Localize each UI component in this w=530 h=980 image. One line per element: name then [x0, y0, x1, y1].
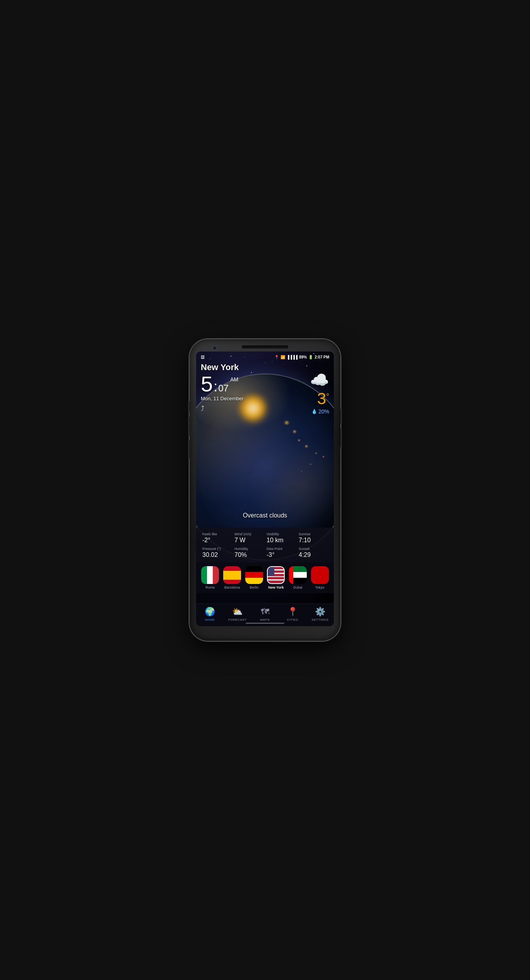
- weather-cloud-icon: ☁️: [310, 371, 329, 389]
- rain-drop-icon: 💧: [311, 409, 317, 414]
- battery-percentage: 89%: [299, 355, 307, 359]
- city-rome[interactable]: Rome: [201, 566, 219, 589]
- settings-nav-icon: ⚙️: [315, 607, 325, 617]
- power-button[interactable]: [340, 409, 342, 424]
- precipitation-display: 💧 20%: [311, 408, 329, 415]
- sunset-label: Sunset: [299, 547, 328, 551]
- status-right: 📍 📶 ▐▐▐▐ 89% 🔋 2:07 PM: [274, 355, 329, 359]
- nav-maps[interactable]: 🗺 MAPS: [251, 607, 279, 621]
- pressure-value: 30.02: [202, 551, 231, 558]
- status-bar: 🖼 📍 📶 ▐▐▐▐ 89% 🔋 2:07 PM: [196, 352, 334, 362]
- volume-up-button[interactable]: [188, 401, 190, 413]
- time-display: 2:07 PM: [315, 355, 329, 359]
- home-nav-label: HOME: [205, 618, 215, 621]
- sunset-stat: Sunset 4:29: [299, 547, 328, 558]
- nav-settings[interactable]: ⚙️ SETTINGS: [306, 607, 334, 621]
- status-left: 🖼: [201, 355, 205, 359]
- cities-nav-label: CITIES: [287, 618, 298, 621]
- visibility-stat: Visibility 10 km: [267, 532, 296, 544]
- dew-point-value: -3°: [267, 551, 296, 558]
- time-ampm: AM: [230, 376, 238, 382]
- city-dubai[interactable]: Dubai: [289, 566, 307, 589]
- humidity-value: 70%: [234, 551, 263, 558]
- settings-nav-label: SETTINGS: [311, 618, 328, 621]
- wifi-icon: 📶: [280, 355, 285, 359]
- city-tokyo-label: Tokyo: [315, 586, 325, 589]
- home-indicator[interactable]: [246, 623, 284, 624]
- precipitation-value: 20%: [318, 408, 329, 415]
- city-new-york[interactable]: New York: [267, 566, 285, 589]
- screen-content: 🖼 📍 📶 ▐▐▐▐ 89% 🔋 2:07 PM New York 5 : 07: [196, 352, 334, 626]
- time-minute: 07: [218, 383, 229, 394]
- phone-camera: [213, 346, 217, 350]
- maps-nav-label: MAPS: [260, 618, 270, 621]
- city-berlin-label: Berlin: [250, 586, 258, 589]
- wind-stat: Wind (m/s) 7 W: [234, 532, 263, 544]
- volume-button-right[interactable]: [340, 428, 342, 447]
- temperature-display: 3 °: [317, 391, 329, 407]
- feels-like-label: Feels like: [202, 532, 231, 536]
- forecast-nav-icon: ⛅: [232, 607, 243, 617]
- phone-screen: 🖼 📍 📶 ▐▐▐▐ 89% 🔋 2:07 PM New York 5 : 07: [196, 352, 334, 626]
- cities-bar: Rome Barcelona Berlin: [196, 562, 334, 593]
- sunrise-value: 7:10: [299, 537, 328, 544]
- weather-condition: Overcast clouds: [196, 512, 334, 519]
- sunrise-stat: Sunrise 7:10: [299, 532, 328, 544]
- temperature-unit: °: [326, 392, 329, 401]
- feels-like-value: -2°: [202, 537, 231, 544]
- humidity-stat: Humidity 70%: [234, 547, 263, 558]
- sunset-value: 4:29: [299, 551, 328, 558]
- phone-frame: 🖼 📍 📶 ▐▐▐▐ 89% 🔋 2:07 PM New York 5 : 07: [190, 339, 340, 641]
- nav-forecast[interactable]: ⛅ FORECAST: [224, 607, 251, 621]
- sunrise-label: Sunrise: [299, 532, 328, 536]
- wind-value: 7 W: [234, 537, 263, 544]
- visibility-label: Visibility: [267, 532, 296, 536]
- time-hour: 5: [201, 373, 213, 395]
- wind-label: Wind (m/s): [234, 532, 263, 536]
- dew-point-stat: Dew Point -3°: [267, 547, 296, 558]
- city-barcelona-label: Barcelona: [224, 586, 240, 589]
- forecast-nav-label: FORECAST: [228, 618, 247, 621]
- signal-icon: ▐▐▐▐: [287, 355, 297, 359]
- dew-point-label: Dew Point: [267, 547, 296, 551]
- nav-cities[interactable]: 📍 CITIES: [279, 607, 306, 621]
- battery-icon: 🔋: [308, 355, 313, 359]
- cities-nav-icon: 📍: [287, 607, 298, 617]
- time-colon: :: [214, 379, 217, 395]
- visibility-value: 10 km: [267, 537, 296, 544]
- phone-speaker: [242, 345, 288, 348]
- pressure-stat: Pressure (") 30.02: [202, 547, 231, 558]
- city-berlin[interactable]: Berlin: [245, 566, 263, 589]
- pressure-label: Pressure ("): [202, 547, 231, 551]
- city-dubai-label: Dubai: [293, 586, 303, 589]
- city-rome-label: Rome: [205, 586, 215, 589]
- city-new-york-label: New York: [268, 586, 284, 589]
- gallery-icon: 🖼: [201, 355, 205, 359]
- nav-home[interactable]: 🌍 HOME: [196, 607, 224, 621]
- weather-stats: Feels like -2° Wind (m/s) 7 W Visibility…: [196, 528, 334, 563]
- volume-down-button[interactable]: [188, 417, 190, 436]
- humidity-label: Humidity: [234, 547, 263, 551]
- city-barcelona[interactable]: Barcelona: [223, 566, 241, 589]
- weather-right: ☁️ 3 ° 💧 20%: [310, 371, 329, 415]
- silent-button[interactable]: [188, 440, 190, 459]
- maps-nav-icon: 🗺: [261, 607, 269, 617]
- feels-like-stat: Feels like -2°: [202, 532, 231, 544]
- location-icon: 📍: [274, 355, 279, 359]
- temperature-value: 3: [317, 391, 326, 407]
- home-nav-icon: 🌍: [205, 607, 215, 617]
- city-tokyo[interactable]: Tokyo: [311, 566, 329, 589]
